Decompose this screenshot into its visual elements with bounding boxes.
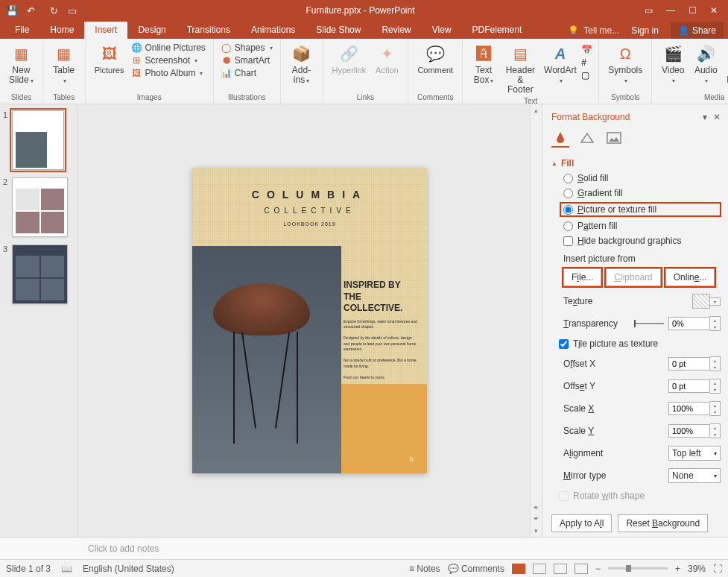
scalex-spinner[interactable]: ▴▾ [710, 401, 721, 416]
solid-fill-option[interactable]: SSolid fillolid fill [563, 173, 721, 183]
textbox-button[interactable]: 🅰TextBox▾ [469, 42, 498, 86]
alignment-select[interactable]: Top left▾ [668, 446, 721, 461]
smartart-button[interactable]: ⬢SmartArt [220, 54, 274, 66]
transparency-input[interactable] [668, 317, 710, 330]
tab-insert[interactable]: Insert [84, 22, 127, 39]
notes-toggle[interactable]: ≡ Notes [409, 564, 440, 574]
zoom-out-button[interactable]: − [595, 564, 601, 574]
header-footer-button[interactable]: ▤Header& Footer [501, 42, 539, 97]
tab-design[interactable]: Design [127, 22, 176, 39]
fit-to-window-button[interactable]: ⛶ [713, 564, 722, 574]
scaley-spinner[interactable]: ▴▾ [710, 423, 721, 438]
online-button[interactable]: Online...Online... [665, 268, 715, 286]
offsetx-spinner[interactable]: ▴▾ [710, 356, 721, 371]
transparency-slider[interactable] [634, 323, 664, 324]
tab-view[interactable]: View [422, 22, 462, 39]
zoom-slider[interactable] [608, 567, 668, 570]
normal-view-button[interactable] [512, 564, 525, 574]
start-from-beginning-icon[interactable]: ▭▾ [69, 4, 80, 16]
tab-pdfelement[interactable]: PDFelement [462, 22, 533, 39]
picture-fill-option[interactable]: Picture or texture fill [560, 203, 721, 216]
vertical-scrollbar[interactable]: ▴ ⏶⏷ ▾ [530, 104, 542, 537]
next-slide-icon[interactable]: ⏷ [532, 513, 540, 525]
scalex-input[interactable] [668, 402, 710, 415]
photo-album-button[interactable]: 🖼Photo Album▾ [130, 67, 206, 79]
screenshot-button[interactable]: ⊞Screenshot▾ [130, 54, 206, 66]
video-button[interactable]: 🎬Video▾ [658, 42, 688, 86]
minimize-icon[interactable]: — [666, 5, 675, 16]
shapes-button[interactable]: ◯Shapes▾ [220, 42, 274, 54]
addins-button[interactable]: 📦 Add-ins▾ [287, 42, 317, 86]
hide-graphics-option[interactable]: Hide background graphics [563, 236, 721, 246]
prev-slide-icon[interactable]: ⏶ [532, 501, 540, 513]
tile-checkbox-row[interactable]: Tile picture as texture [551, 338, 721, 349]
language-indicator[interactable]: English (United States) [83, 564, 174, 574]
sorter-view-button[interactable] [533, 564, 546, 574]
slide-thumb-1[interactable] [12, 110, 64, 170]
offsetx-input[interactable] [668, 357, 710, 371]
pattern-fill-option[interactable]: Pattern fill [563, 221, 721, 231]
picture-tab-icon[interactable] [605, 130, 623, 148]
scaley-input[interactable] [668, 424, 710, 438]
offsety-input[interactable] [668, 379, 710, 393]
fill-section-header[interactable]: ▲Fill [551, 158, 721, 168]
slide[interactable]: COLUMBIA COLLECTIVE LOOKBOOK 2019 INSPIR… [192, 168, 427, 473]
scroll-up-icon[interactable]: ▴ [531, 104, 542, 116]
screen-recording-button[interactable]: ⏺ScreenRecording [724, 42, 728, 86]
tab-review[interactable]: Review [371, 22, 421, 39]
solid-fill-radio[interactable] [563, 174, 573, 183]
file-button[interactable]: File...File... [563, 268, 601, 286]
reset-background-button[interactable]: Reset BackgroundReset Background [618, 514, 708, 532]
texture-picker[interactable] [692, 294, 710, 309]
tab-animations[interactable]: Animations [241, 22, 306, 39]
reading-view-button[interactable] [554, 564, 567, 574]
fill-tab-icon[interactable] [551, 130, 569, 148]
comments-toggle[interactable]: 💬 Comments [448, 564, 504, 574]
notes-pane[interactable]: Click to add notes [0, 537, 728, 559]
texture-dropdown[interactable]: ▾ [710, 297, 721, 306]
scroll-down-icon[interactable]: ▾ [531, 525, 542, 537]
slide-number-icon[interactable]: # [581, 57, 592, 68]
tile-checkbox[interactable] [559, 339, 569, 349]
pane-close-icon[interactable]: ✕ [713, 112, 721, 122]
pane-menu-icon[interactable]: ▾ [703, 112, 707, 122]
picture-fill-radio[interactable] [563, 205, 573, 215]
share-button[interactable]: 👤Share [671, 22, 724, 39]
slide-canvas[interactable]: COLUMBIA COLLECTIVE LOOKBOOK 2019 INSPIR… [77, 104, 542, 537]
tab-transitions[interactable]: Transitions [177, 22, 241, 39]
pictures-button[interactable]: 🖼 Pictures [92, 42, 127, 76]
object-icon[interactable]: ▢ [581, 70, 592, 81]
online-pictures-button[interactable]: 🌐Online Pictures [130, 42, 206, 54]
slide-thumb-2[interactable] [12, 177, 68, 237]
sign-in-button[interactable]: Sign in [624, 22, 666, 39]
redo-icon[interactable]: ↻ [48, 4, 60, 16]
table-button[interactable]: ▦ Table▾ [49, 42, 79, 86]
chart-button[interactable]: 📊Chart [220, 67, 274, 79]
undo-icon[interactable]: ↶▾ [27, 4, 39, 16]
tab-file[interactable]: File [4, 22, 39, 39]
gradient-fill-radio[interactable] [563, 189, 573, 198]
apply-all-button[interactable]: Apply to AllApply to All [551, 514, 612, 532]
ribbon-options-icon[interactable]: ▭ [645, 5, 653, 16]
zoom-in-button[interactable]: + [675, 564, 680, 574]
close-icon[interactable]: ✕ [710, 5, 718, 16]
pattern-fill-radio[interactable] [563, 221, 573, 231]
tab-slideshow[interactable]: Slide Show [306, 22, 371, 39]
spell-check-icon[interactable]: 📖 [61, 564, 72, 574]
audio-button[interactable]: 🔊Audio▾ [691, 42, 721, 86]
transparency-spinner[interactable]: ▴▾ [710, 316, 721, 331]
slideshow-view-button[interactable] [575, 564, 588, 574]
comment-button[interactable]: 💬Comment [414, 42, 456, 76]
wordart-button[interactable]: AWordArt▾ [542, 42, 579, 86]
date-time-icon[interactable]: 📅 [581, 45, 592, 55]
mirror-select[interactable]: None▾ [668, 468, 721, 483]
tell-me-search[interactable]: 💡Tell me... [568, 25, 619, 36]
slide-indicator[interactable]: Slide 1 of 3 [6, 564, 51, 574]
gradient-fill-option[interactable]: Gradient fill [563, 188, 721, 198]
save-icon[interactable]: 💾 [6, 4, 18, 16]
symbols-button[interactable]: ΩSymbols▾ [605, 42, 645, 86]
zoom-level[interactable]: 39% [688, 564, 706, 574]
offsety-spinner[interactable]: ▴▾ [710, 379, 721, 394]
slide-thumb-3[interactable] [12, 245, 68, 304]
new-slide-button[interactable]: ▦ NewSlide▾ [6, 42, 37, 86]
